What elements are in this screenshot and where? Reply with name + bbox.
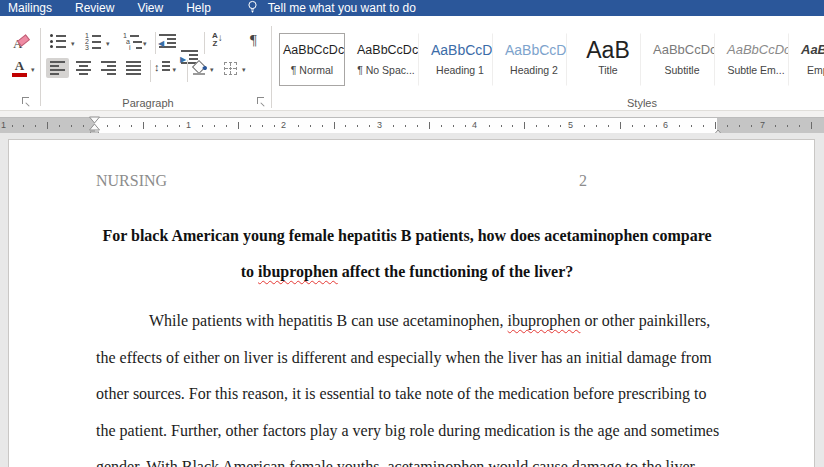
ruler-tick (620, 122, 621, 129)
style-label: Heading 1 (428, 64, 492, 76)
ruler-tick (536, 125, 537, 127)
page-number: 2 (579, 172, 587, 190)
ruler-tick (524, 122, 525, 129)
style-item-emphasis[interactable]: AaBbCcDcEmphasis (797, 33, 824, 86)
align-center-icon (76, 61, 91, 75)
menu-tab-mailings[interactable]: Mailings (8, 0, 52, 16)
font-dialog-launcher[interactable] (22, 97, 31, 106)
ruler-tick (560, 125, 561, 127)
style-item-subtle-em-[interactable]: AaBbCcDcSubtle Em... (723, 33, 789, 86)
style-sample: AaBbCcDc (502, 34, 566, 64)
align-center-button[interactable] (72, 58, 95, 78)
ruler-tick (739, 125, 740, 127)
style-item--no-spac-[interactable]: AaBbCcDc¶ No Spac... (353, 33, 419, 86)
ruler-tick (322, 125, 323, 127)
document-title-line: For black American young female hepatiti… (96, 226, 718, 246)
multilevel-list-button[interactable]: 1 a i (123, 33, 142, 51)
justify-button[interactable] (122, 58, 145, 78)
paragraph-dialog-launcher[interactable] (257, 97, 266, 106)
style-item--normal[interactable]: AaBbCcDc¶ Normal (279, 33, 345, 86)
ruler-tick (787, 125, 788, 127)
ruler-tick (357, 125, 358, 127)
ruler-number: 5 (568, 120, 573, 131)
ruler-tick (71, 125, 72, 127)
line-spacing-lines (162, 61, 170, 73)
style-item-heading-2[interactable]: AaBbCcDcHeading 2 (501, 33, 567, 86)
style-label: Subtitle (650, 64, 714, 76)
bullets-dropdown-icon[interactable]: ▾ (71, 40, 75, 47)
ruler-tick (179, 125, 180, 127)
ruler-tick (143, 122, 144, 129)
ruler-tick (59, 125, 60, 127)
align-left-button[interactable] (46, 58, 69, 78)
ruler-tick (238, 122, 239, 129)
style-sample: AaB (576, 34, 640, 64)
ruler-tick (489, 125, 490, 127)
numbering-dropdown-icon[interactable]: ▾ (106, 40, 110, 47)
horizontal-ruler[interactable]: 12345617 (0, 117, 824, 133)
align-left-icon (50, 61, 65, 75)
font-color-button[interactable]: A ▾ (12, 60, 35, 77)
document-page[interactable]: NURSING 2 For black American young femal… (8, 139, 815, 467)
ruler-tick (274, 125, 275, 127)
line-spacing-button[interactable]: ↕ ▾ (154, 61, 176, 73)
align-right-button[interactable] (97, 58, 120, 78)
document-body-line: the effects of either on liver is differ… (96, 348, 712, 368)
style-label: ¶ Normal (280, 64, 344, 76)
ruler-tick (405, 125, 406, 127)
ruler-tick (811, 122, 812, 129)
document-body-line: While patients with hepatitis B can use … (149, 311, 710, 331)
shading-button[interactable]: ▾ (192, 61, 214, 75)
clear-formatting-icon: A (13, 36, 22, 51)
shading-dropdown-icon[interactable]: ▾ (210, 66, 214, 75)
misspelled-word: ibuprophen (258, 263, 338, 280)
numbering-button[interactable]: 1 2 3 (85, 33, 101, 51)
ruler-tick (35, 125, 36, 127)
chevron-down-icon[interactable]: ▾ (31, 66, 35, 73)
clear-formatting-button[interactable]: A (13, 34, 22, 52)
bullets-button[interactable] (50, 34, 66, 51)
style-label: Heading 2 (502, 64, 566, 76)
ribbon-tab-bar: MailingsReviewViewHelp Tell me what you … (0, 0, 824, 16)
menu-tab-help[interactable]: Help (186, 0, 211, 16)
style-label: ¶ No Spac... (354, 64, 418, 76)
paragraph-group-label: Paragraph (96, 97, 200, 109)
ruler-tick (226, 125, 227, 127)
decrease-indent-button[interactable]: ◀ (159, 34, 176, 50)
ruler-tick (751, 125, 752, 127)
borders-button[interactable]: ▾ (224, 62, 246, 75)
ruler-tick (512, 125, 513, 127)
document-body-line: gender. With Black American female youth… (96, 457, 695, 467)
ruler-tick (656, 125, 657, 127)
ruler-tick (775, 125, 776, 127)
borders-icon (224, 62, 237, 75)
ruler-tick (155, 125, 156, 127)
style-sample: AaBbCcDc (798, 34, 824, 64)
ruler-tick (310, 125, 311, 127)
styles-gallery: AaBbCcDc¶ NormalAaBbCcDc¶ No Spac...AaBb… (279, 33, 824, 86)
ruler-tick (679, 125, 680, 127)
show-formatting-button[interactable]: ¶ (250, 31, 257, 49)
ruler-tick (119, 125, 120, 127)
ruler-tick (131, 125, 132, 127)
menu-tab-view[interactable]: View (137, 0, 163, 16)
line-spacing-dropdown-icon[interactable]: ▾ (173, 66, 177, 73)
style-item-heading-1[interactable]: AaBbCcDcHeading 1 (427, 33, 493, 86)
style-sample: AaBbCcDc (650, 34, 714, 64)
document-body-line: other sources. For this reason, it is es… (96, 384, 707, 404)
ruler-tick (465, 125, 466, 127)
ruler-tick (107, 125, 108, 127)
style-item-subtitle[interactable]: AaBbCcDcSubtitle (649, 33, 715, 86)
ruler-tick (250, 125, 251, 127)
borders-dropdown-icon[interactable]: ▾ (242, 66, 246, 75)
ruler-number: 2 (281, 120, 286, 131)
line-spacing-icon: ↕ (154, 61, 160, 73)
menu-tab-review[interactable]: Review (75, 0, 114, 16)
tell-me-box[interactable]: Tell me what you want to do (246, 0, 416, 17)
justify-icon (126, 61, 141, 75)
word-window: MailingsReviewViewHelp Tell me what you … (0, 0, 824, 467)
ruler-tick (691, 125, 692, 127)
sort-button[interactable]: AZ ↓ (212, 32, 223, 48)
multilevel-dropdown-icon[interactable]: ▾ (143, 40, 147, 47)
style-item-title[interactable]: AaBTitle (575, 33, 641, 86)
